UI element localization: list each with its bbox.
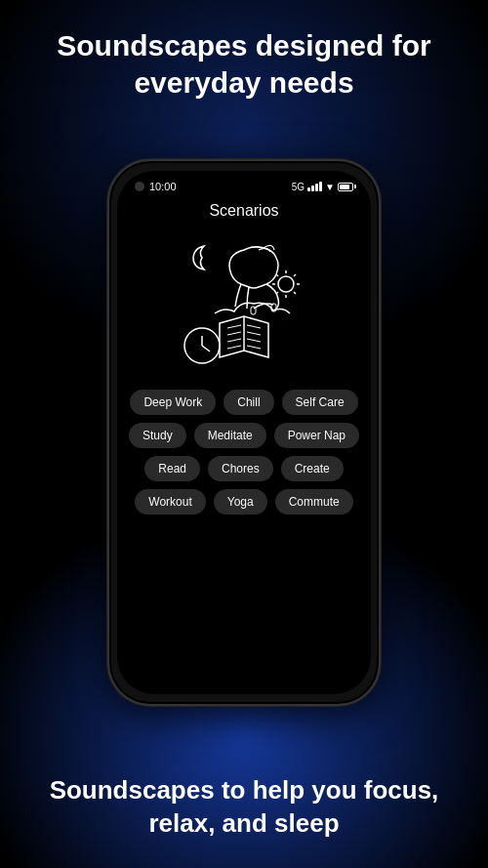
svg-line-6 — [294, 292, 296, 294]
status-time: 10:00 — [149, 181, 177, 192]
status-left: 10:00 — [135, 181, 177, 192]
screen-title: Scenarios — [209, 202, 278, 220]
chip-yoga[interactable]: Yoga — [214, 489, 267, 515]
camera-notch — [135, 182, 144, 191]
network-label: 5G — [292, 182, 305, 192]
svg-line-15 — [247, 332, 261, 335]
battery-icon — [338, 183, 353, 191]
svg-line-12 — [227, 339, 241, 342]
chip-chill[interactable]: Chill — [224, 390, 273, 415]
phone-frame: 10:00 5G ▼ — [107, 159, 381, 706]
chip-create[interactable]: Create — [281, 456, 344, 481]
svg-line-17 — [247, 346, 261, 349]
chip-power-nap[interactable]: Power Nap — [274, 423, 359, 448]
status-bar: 10:00 5G ▼ — [117, 171, 371, 196]
scenarios-illustration — [161, 230, 327, 382]
svg-line-13 — [227, 346, 241, 349]
svg-line-10 — [227, 325, 241, 328]
wifi-icon: ▼ — [325, 182, 335, 192]
svg-point-0 — [278, 276, 294, 292]
chip-chores[interactable]: Chores — [208, 456, 273, 481]
svg-line-7 — [294, 274, 296, 276]
phone-screen: 10:00 5G ▼ — [117, 171, 371, 694]
chips-row-1: Deep Work Chill Self Care — [130, 390, 357, 415]
chip-deep-work[interactable]: Deep Work — [130, 390, 216, 415]
bottom-heading: Soundscapes to help you focus, relax, an… — [0, 765, 488, 868]
page-wrapper: Soundscapes designed for everyday needs … — [0, 0, 488, 868]
top-heading: Soundscapes designed for everyday needs — [0, 0, 488, 101]
svg-line-11 — [227, 332, 241, 335]
svg-line-20 — [202, 346, 210, 351]
chips-row-4: Workout Yoga Commute — [135, 489, 352, 515]
chip-read[interactable]: Read — [144, 456, 200, 481]
chip-self-care[interactable]: Self Care — [282, 390, 358, 415]
chip-workout[interactable]: Workout — [135, 489, 205, 515]
chips-row-3: Read Chores Create — [144, 456, 343, 481]
svg-line-16 — [247, 339, 261, 342]
svg-line-14 — [247, 325, 261, 328]
status-right: 5G ▼ — [292, 182, 353, 192]
chips-row-2: Study Meditate Power Nap — [129, 423, 359, 448]
chip-study[interactable]: Study — [129, 423, 186, 448]
svg-line-5 — [276, 274, 278, 276]
chips-area: Deep Work Chill Self Care Study Meditate… — [117, 384, 371, 515]
illustration — [156, 227, 332, 384]
signal-icon — [307, 182, 322, 191]
battery-fill — [340, 185, 349, 189]
chip-meditate[interactable]: Meditate — [194, 423, 266, 448]
phone-device: 10:00 5G ▼ — [107, 159, 381, 706]
chip-commute[interactable]: Commute — [275, 489, 353, 515]
